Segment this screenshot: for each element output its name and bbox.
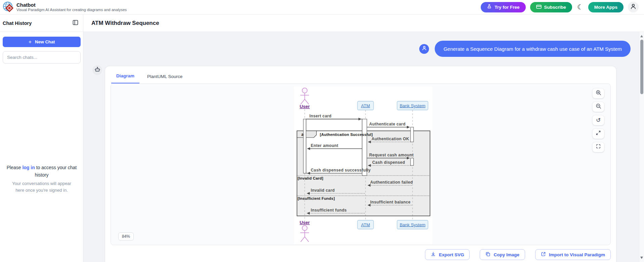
sidebar-title: Chat History xyxy=(3,21,32,26)
assistant-avatar xyxy=(92,65,102,75)
page-title: ATM Withdraw Sequence xyxy=(91,20,159,27)
user-avatar xyxy=(419,44,429,54)
chat-area: Generate a Sequence Diagram for a withdr… xyxy=(83,32,644,262)
message-insufficient-funds: Insufficient funds xyxy=(311,208,347,213)
card-footer: Export SVG Copy Image xyxy=(111,245,611,260)
copy-icon xyxy=(485,252,490,258)
message-invalid-card: Invalid card xyxy=(311,188,335,193)
robot-icon xyxy=(94,67,100,74)
expand-icon xyxy=(596,130,601,137)
reset-view-icon: ↺ xyxy=(596,117,601,124)
import-to-visual-paradigm-button[interactable]: Import to Visual Paradigm xyxy=(535,249,611,260)
scrollbar-down-arrow[interactable] xyxy=(640,257,643,259)
fullscreen-icon xyxy=(596,144,601,151)
chat-scrollbar[interactable] xyxy=(639,32,644,262)
guard-insufficient-funds: [Insufficient Funds] xyxy=(298,196,335,200)
chat-history-sidebar: Chat History + New Chat Please log in to… xyxy=(0,14,83,262)
log-in-link[interactable]: log in xyxy=(22,165,35,170)
subscribe-button[interactable]: Subscribe xyxy=(530,2,572,12)
message-insufficient-balance: Insufficient balance xyxy=(370,200,411,204)
copy-image-button[interactable]: Copy Image xyxy=(480,249,525,260)
message-authentication-failed: Authentication failed xyxy=(370,180,413,185)
participant-bank-label-bottom[interactable]: Bank System xyxy=(400,222,426,227)
tab-diagram[interactable]: Diagram xyxy=(111,73,139,83)
main-titlebar: ATM Withdraw Sequence xyxy=(83,14,644,32)
login-prompt: Please log in to access your chat histor… xyxy=(0,164,83,193)
zoom-in-button[interactable] xyxy=(592,88,604,99)
zoom-level-badge: 84% xyxy=(118,232,134,240)
user-message-bubble: Generate a Sequence Diagram for a withdr… xyxy=(435,41,631,57)
message-authentication-ok: Authentication OK xyxy=(372,137,409,141)
participant-atm-label-bottom[interactable]: ATM xyxy=(361,222,370,227)
message-authenticate-card: Authenticate card xyxy=(369,122,405,126)
sidebar-collapse-button[interactable] xyxy=(73,20,78,26)
vp-logo-icon xyxy=(3,1,14,13)
zoom-out-button[interactable] xyxy=(592,102,604,112)
actor-user-top xyxy=(300,88,309,105)
flask-icon xyxy=(487,4,492,10)
actor-user-label-top[interactable]: User xyxy=(300,104,310,109)
message-insert-card: Insert card xyxy=(309,114,332,118)
app-title: Chatbot xyxy=(16,2,127,8)
participant-bank-label-top[interactable]: Bank System xyxy=(400,103,426,108)
plus-icon: + xyxy=(29,39,32,45)
scrollbar-thumb[interactable] xyxy=(640,40,643,94)
user-message-row: Generate a Sequence Diagram for a withdr… xyxy=(419,41,631,57)
message-cash-dispensed: Cash dispensed xyxy=(372,160,405,165)
tabs-row: Diagram PlantUML Source xyxy=(111,66,611,83)
search-chats-input[interactable] xyxy=(3,51,81,64)
external-link-icon xyxy=(541,252,546,258)
participant-atm-label-top[interactable]: ATM xyxy=(361,103,370,108)
export-svg-button[interactable]: Export SVG xyxy=(425,249,470,260)
scrollbar-up-arrow[interactable] xyxy=(640,35,643,37)
reset-view-button[interactable]: ↺ xyxy=(592,115,604,125)
fullscreen-button[interactable] xyxy=(592,142,604,152)
person-icon xyxy=(422,45,427,52)
credit-card-icon xyxy=(536,4,542,10)
guard-invalid-card: [Invalid Card] xyxy=(298,176,323,180)
assistant-answer-card: Diagram PlantUML Source xyxy=(105,66,616,262)
app-header: Chatbot Visual Paradigm AI Assistant for… xyxy=(0,0,644,14)
expand-button[interactable] xyxy=(592,128,604,139)
more-apps-button[interactable]: More Apps xyxy=(588,2,624,12)
zoom-out-icon xyxy=(596,103,601,111)
message-enter-amount: Enter amount xyxy=(311,143,338,148)
download-icon xyxy=(431,252,436,258)
diagram-controls: ↺ xyxy=(592,88,604,152)
try-for-free-button[interactable]: Try for Free xyxy=(481,2,525,12)
panel-toggle-icon xyxy=(73,20,78,26)
zoom-in-icon xyxy=(596,90,601,97)
moon-icon: ☾ xyxy=(577,3,583,11)
diagram-viewport[interactable]: alt Insert card Authentica xyxy=(111,83,611,245)
actor-user-bottom xyxy=(300,226,309,242)
new-chat-button[interactable]: + New Chat xyxy=(3,37,81,47)
tab-plantuml-source[interactable]: PlantUML Source xyxy=(142,74,187,83)
message-request-cash: Request cash amount xyxy=(369,153,414,157)
sequence-diagram-canvas: alt Insert card Authentica xyxy=(294,86,432,244)
guard-authentication-successful: [Authentication Successful] xyxy=(320,133,373,137)
account-button[interactable] xyxy=(628,2,639,12)
person-icon xyxy=(630,3,636,11)
message-cash-dispensed-ok: Cash dispensed successfully xyxy=(311,168,371,173)
app-subtitle: Visual Paradigm AI Assistant for creatin… xyxy=(16,8,127,12)
dark-mode-toggle[interactable]: ☾ xyxy=(576,4,584,10)
actor-user-label-bottom[interactable]: User xyxy=(300,220,310,225)
